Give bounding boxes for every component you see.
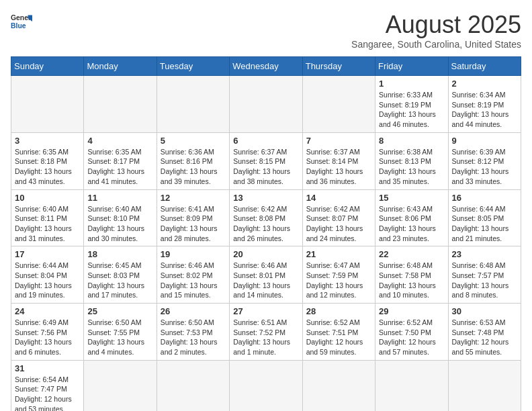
calendar-cell-1-3: 6Sunrise: 6:37 AM Sunset: 8:15 PM Daylig… bbox=[230, 132, 302, 189]
calendar-cell-1-1: 4Sunrise: 6:35 AM Sunset: 8:17 PM Daylig… bbox=[84, 132, 157, 189]
header-wednesday: Wednesday bbox=[230, 57, 302, 76]
day-number: 25 bbox=[87, 306, 152, 316]
day-number: 29 bbox=[379, 306, 444, 316]
day-info: Sunrise: 6:35 AM Sunset: 8:17 PM Dayligh… bbox=[87, 147, 152, 187]
calendar-cell-0-3 bbox=[230, 76, 302, 133]
day-info: Sunrise: 6:37 AM Sunset: 8:15 PM Dayligh… bbox=[233, 147, 298, 187]
calendar-table: Sunday Monday Tuesday Wednesday Thursday… bbox=[11, 56, 521, 411]
day-number: 5 bbox=[161, 136, 226, 146]
calendar-cell-3-3: 20Sunrise: 6:46 AM Sunset: 8:01 PM Dayli… bbox=[230, 246, 302, 304]
day-number: 14 bbox=[306, 193, 371, 203]
day-info: Sunrise: 6:35 AM Sunset: 8:18 PM Dayligh… bbox=[15, 147, 80, 187]
header-tuesday: Tuesday bbox=[157, 57, 229, 76]
day-info: Sunrise: 6:46 AM Sunset: 8:01 PM Dayligh… bbox=[233, 261, 298, 300]
title-block: August 2025 Sangaree, South Carolina, Un… bbox=[351, 11, 521, 50]
calendar-cell-1-4: 7Sunrise: 6:37 AM Sunset: 8:14 PM Daylig… bbox=[302, 132, 375, 189]
week-row-0: 1Sunrise: 6:33 AM Sunset: 8:19 PM Daylig… bbox=[11, 76, 521, 133]
logo-icon: General Blue bbox=[11, 11, 32, 32]
calendar-cell-0-5: 1Sunrise: 6:33 AM Sunset: 8:19 PM Daylig… bbox=[375, 76, 448, 133]
svg-text:Blue: Blue bbox=[11, 22, 26, 30]
day-number: 2 bbox=[452, 79, 517, 89]
day-number: 19 bbox=[161, 249, 226, 259]
calendar-cell-4-6: 30Sunrise: 6:53 AM Sunset: 7:48 PM Dayli… bbox=[448, 304, 521, 361]
calendar-cell-5-0: 31Sunrise: 6:54 AM Sunset: 7:47 PM Dayli… bbox=[11, 360, 84, 411]
week-row-2: 10Sunrise: 6:40 AM Sunset: 8:11 PM Dayli… bbox=[11, 189, 521, 246]
calendar-cell-5-3 bbox=[230, 360, 302, 411]
weekday-header-row: Sunday Monday Tuesday Wednesday Thursday… bbox=[11, 57, 521, 76]
day-number: 7 bbox=[306, 136, 371, 146]
month-title: August 2025 bbox=[351, 11, 521, 39]
calendar-cell-5-6 bbox=[448, 360, 521, 411]
calendar-cell-4-3: 27Sunrise: 6:51 AM Sunset: 7:52 PM Dayli… bbox=[230, 304, 302, 361]
page-header: General Blue August 2025 Sangaree, South… bbox=[11, 11, 521, 50]
calendar-cell-0-6: 2Sunrise: 6:34 AM Sunset: 8:19 PM Daylig… bbox=[448, 76, 521, 133]
day-info: Sunrise: 6:52 AM Sunset: 7:51 PM Dayligh… bbox=[306, 318, 371, 357]
calendar-cell-3-4: 21Sunrise: 6:47 AM Sunset: 7:59 PM Dayli… bbox=[302, 246, 375, 304]
calendar-cell-1-2: 5Sunrise: 6:36 AM Sunset: 8:16 PM Daylig… bbox=[157, 132, 229, 189]
day-number: 3 bbox=[15, 136, 80, 146]
calendar-cell-0-4 bbox=[302, 76, 375, 133]
day-info: Sunrise: 6:44 AM Sunset: 8:05 PM Dayligh… bbox=[452, 204, 517, 244]
day-info: Sunrise: 6:50 AM Sunset: 7:53 PM Dayligh… bbox=[161, 318, 226, 357]
calendar-cell-1-0: 3Sunrise: 6:35 AM Sunset: 8:18 PM Daylig… bbox=[11, 132, 84, 189]
calendar-cell-5-4 bbox=[302, 360, 375, 411]
day-number: 26 bbox=[161, 306, 226, 316]
calendar-cell-2-5: 15Sunrise: 6:43 AM Sunset: 8:06 PM Dayli… bbox=[375, 189, 448, 246]
week-row-4: 24Sunrise: 6:49 AM Sunset: 7:56 PM Dayli… bbox=[11, 304, 521, 361]
day-info: Sunrise: 6:44 AM Sunset: 8:04 PM Dayligh… bbox=[15, 261, 80, 300]
day-number: 30 bbox=[452, 306, 517, 316]
day-info: Sunrise: 6:39 AM Sunset: 8:12 PM Dayligh… bbox=[452, 147, 517, 187]
day-number: 31 bbox=[15, 363, 80, 373]
calendar-cell-0-0 bbox=[11, 76, 84, 133]
calendar-cell-5-1 bbox=[84, 360, 157, 411]
day-info: Sunrise: 6:46 AM Sunset: 8:02 PM Dayligh… bbox=[161, 261, 226, 300]
week-row-3: 17Sunrise: 6:44 AM Sunset: 8:04 PM Dayli… bbox=[11, 246, 521, 304]
day-info: Sunrise: 6:50 AM Sunset: 7:55 PM Dayligh… bbox=[87, 318, 152, 357]
calendar-cell-1-5: 8Sunrise: 6:38 AM Sunset: 8:13 PM Daylig… bbox=[375, 132, 448, 189]
day-info: Sunrise: 6:38 AM Sunset: 8:13 PM Dayligh… bbox=[379, 147, 444, 187]
calendar-cell-2-3: 13Sunrise: 6:42 AM Sunset: 8:08 PM Dayli… bbox=[230, 189, 302, 246]
day-number: 27 bbox=[233, 306, 298, 316]
day-number: 6 bbox=[233, 136, 298, 146]
day-info: Sunrise: 6:42 AM Sunset: 8:07 PM Dayligh… bbox=[306, 204, 371, 244]
header-friday: Friday bbox=[375, 57, 448, 76]
day-number: 28 bbox=[306, 306, 371, 316]
day-number: 10 bbox=[15, 193, 80, 203]
day-info: Sunrise: 6:34 AM Sunset: 8:19 PM Dayligh… bbox=[452, 90, 517, 130]
calendar-cell-2-1: 11Sunrise: 6:40 AM Sunset: 8:10 PM Dayli… bbox=[84, 189, 157, 246]
calendar-cell-0-1 bbox=[84, 76, 157, 133]
day-info: Sunrise: 6:53 AM Sunset: 7:48 PM Dayligh… bbox=[452, 318, 517, 357]
calendar-cell-2-6: 16Sunrise: 6:44 AM Sunset: 8:05 PM Dayli… bbox=[448, 189, 521, 246]
day-number: 18 bbox=[87, 249, 152, 259]
calendar-cell-3-6: 23Sunrise: 6:48 AM Sunset: 7:57 PM Dayli… bbox=[448, 246, 521, 304]
day-number: 11 bbox=[87, 193, 152, 203]
day-info: Sunrise: 6:41 AM Sunset: 8:09 PM Dayligh… bbox=[161, 204, 226, 244]
day-number: 12 bbox=[161, 193, 226, 203]
day-number: 17 bbox=[15, 249, 80, 259]
day-info: Sunrise: 6:37 AM Sunset: 8:14 PM Dayligh… bbox=[306, 147, 371, 187]
calendar-cell-2-0: 10Sunrise: 6:40 AM Sunset: 8:11 PM Dayli… bbox=[11, 189, 84, 246]
day-info: Sunrise: 6:33 AM Sunset: 8:19 PM Dayligh… bbox=[379, 90, 444, 130]
day-info: Sunrise: 6:43 AM Sunset: 8:06 PM Dayligh… bbox=[379, 204, 444, 244]
day-info: Sunrise: 6:42 AM Sunset: 8:08 PM Dayligh… bbox=[233, 204, 298, 244]
calendar-cell-4-1: 25Sunrise: 6:50 AM Sunset: 7:55 PM Dayli… bbox=[84, 304, 157, 361]
calendar-cell-3-5: 22Sunrise: 6:48 AM Sunset: 7:58 PM Dayli… bbox=[375, 246, 448, 304]
calendar-cell-4-0: 24Sunrise: 6:49 AM Sunset: 7:56 PM Dayli… bbox=[11, 304, 84, 361]
day-number: 23 bbox=[452, 249, 517, 259]
day-info: Sunrise: 6:51 AM Sunset: 7:52 PM Dayligh… bbox=[233, 318, 298, 357]
day-number: 22 bbox=[379, 249, 444, 259]
day-number: 15 bbox=[379, 193, 444, 203]
header-saturday: Saturday bbox=[448, 57, 521, 76]
day-number: 20 bbox=[233, 249, 298, 259]
day-info: Sunrise: 6:54 AM Sunset: 7:47 PM Dayligh… bbox=[15, 375, 80, 411]
calendar-cell-5-2 bbox=[157, 360, 229, 411]
day-number: 1 bbox=[379, 79, 444, 89]
day-number: 8 bbox=[379, 136, 444, 146]
header-sunday: Sunday bbox=[11, 57, 84, 76]
day-info: Sunrise: 6:49 AM Sunset: 7:56 PM Dayligh… bbox=[15, 318, 80, 357]
day-info: Sunrise: 6:40 AM Sunset: 8:10 PM Dayligh… bbox=[87, 204, 152, 244]
day-info: Sunrise: 6:47 AM Sunset: 7:59 PM Dayligh… bbox=[306, 261, 371, 300]
calendar-cell-3-2: 19Sunrise: 6:46 AM Sunset: 8:02 PM Dayli… bbox=[157, 246, 229, 304]
calendar-cell-2-4: 14Sunrise: 6:42 AM Sunset: 8:07 PM Dayli… bbox=[302, 189, 375, 246]
day-info: Sunrise: 6:36 AM Sunset: 8:16 PM Dayligh… bbox=[161, 147, 226, 187]
